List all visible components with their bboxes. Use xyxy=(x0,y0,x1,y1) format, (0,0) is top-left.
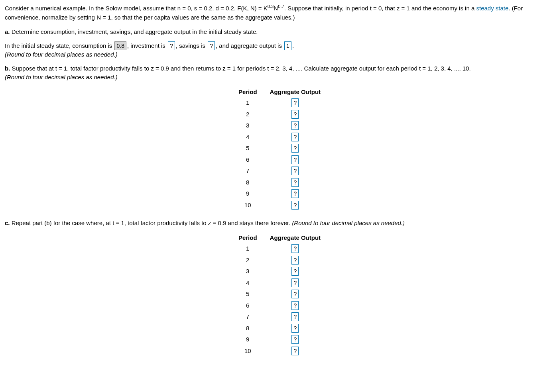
table-c-period-cell: 6 xyxy=(232,300,264,312)
table-b-output-input[interactable]: ? xyxy=(291,178,299,187)
table-row: 6? xyxy=(232,300,327,312)
after-c: , investment is xyxy=(127,42,167,49)
sentence-pre: In the initial steady state, consumption… xyxy=(5,42,114,49)
table-row: 2? xyxy=(232,109,327,120)
table-c-period-cell: 3 xyxy=(232,266,264,277)
exponent-n: 0.7 xyxy=(278,4,284,9)
table-row: 10? xyxy=(232,345,327,357)
table-b-output-input[interactable]: ? xyxy=(291,167,299,175)
part-b-label: b. xyxy=(5,65,10,72)
table-b-period-cell: 7 xyxy=(232,165,264,177)
round-note-a: (Round to four decimal places as needed.… xyxy=(5,50,554,59)
table-row: 7? xyxy=(232,165,327,177)
table-b-output-cell: ? xyxy=(264,154,327,166)
table-row: 6? xyxy=(232,154,327,166)
table-row: 3? xyxy=(232,266,327,277)
intro-text-2: . Suppose that initially, in period t = … xyxy=(284,5,476,12)
table-c-period-cell: 9 xyxy=(232,334,264,345)
problem-intro: Consider a numerical example. In the Sol… xyxy=(5,3,554,22)
table-c-output-input[interactable]: ? xyxy=(291,312,299,321)
table-b-output-cell: ? xyxy=(264,177,327,188)
table-b-output-input[interactable]: ? xyxy=(291,144,299,153)
table-row: 1? xyxy=(232,243,327,255)
steady-state-link[interactable]: steady state xyxy=(476,5,508,12)
table-row: 10? xyxy=(232,200,327,211)
table-row: 7? xyxy=(232,311,327,323)
table-b-output-cell: ? xyxy=(264,131,327,143)
table-row: 8? xyxy=(232,177,327,188)
part-a-text: Determine consumption, investment, savin… xyxy=(10,28,258,35)
table-b: Period Aggregate Output 1?2?3?4?5?6?7?8?… xyxy=(232,87,327,211)
period-a: . xyxy=(292,42,294,49)
after-s: , and aggregate output is xyxy=(216,42,283,49)
table-b-period-cell: 10 xyxy=(232,200,264,211)
table-c-period-cell: 1 xyxy=(232,243,264,255)
table-row: 9? xyxy=(232,334,327,345)
table-c-output-cell: ? xyxy=(264,266,327,277)
table-row: 5? xyxy=(232,288,327,300)
table-c-header-period: Period xyxy=(232,233,264,243)
table-row: 3? xyxy=(232,120,327,131)
table-row: 1? xyxy=(232,97,327,109)
part-c-prompt: c. Repeat part (b) for the case where, a… xyxy=(5,219,554,228)
table-c-output-cell: ? xyxy=(264,323,327,334)
table-c-output-cell: ? xyxy=(264,345,327,357)
table-c-period-cell: 2 xyxy=(232,255,264,266)
table-b-output-input[interactable]: ? xyxy=(291,201,299,210)
table-b-period-cell: 5 xyxy=(232,143,264,154)
table-c-output-cell: ? xyxy=(264,288,327,300)
table-row: 9? xyxy=(232,188,327,200)
table-c-period-cell: 10 xyxy=(232,345,264,357)
part-b-prompt: b. Suppose that at t = 1, total factor p… xyxy=(5,64,554,82)
table-c-period-cell: 5 xyxy=(232,288,264,300)
consumption-input[interactable]: 0.8 xyxy=(114,41,126,50)
part-c-text: Repeat part (b) for the case where, at t… xyxy=(10,220,292,226)
table-row: 4? xyxy=(232,277,327,289)
table-c-output-input[interactable]: ? xyxy=(291,324,299,333)
table-b-output-input[interactable]: ? xyxy=(291,133,299,141)
table-b-period-cell: 3 xyxy=(232,120,264,131)
table-b-output-input[interactable]: ? xyxy=(291,110,299,119)
table-b-output-cell: ? xyxy=(264,109,327,120)
table-c-period-cell: 4 xyxy=(232,277,264,289)
after-i: , savings is xyxy=(176,42,207,49)
table-b-output-cell: ? xyxy=(264,120,327,131)
savings-input[interactable]: ? xyxy=(208,41,215,50)
table-c-output-input[interactable]: ? xyxy=(291,278,299,287)
table-row: 2? xyxy=(232,255,327,266)
table-b-output-input[interactable]: ? xyxy=(291,189,299,198)
table-c-output-input[interactable]: ? xyxy=(291,244,299,253)
table-b-period-cell: 2 xyxy=(232,109,264,120)
table-c: Period Aggregate Output 1?2?3?4?5?6?7?8?… xyxy=(232,233,327,357)
table-b-period-cell: 4 xyxy=(232,131,264,143)
table-c-output-input[interactable]: ? xyxy=(291,267,299,276)
investment-input[interactable]: ? xyxy=(168,41,175,50)
table-row: 8? xyxy=(232,323,327,334)
table-b-period-cell: 9 xyxy=(232,188,264,200)
round-note-b: (Round to four decimal places as needed.… xyxy=(5,73,554,82)
table-b-output-input[interactable]: ? xyxy=(291,155,299,164)
table-row: 4? xyxy=(232,131,327,143)
table-c-header-output: Aggregate Output xyxy=(264,233,327,243)
table-c-output-input[interactable]: ? xyxy=(291,301,299,310)
table-c-output-input[interactable]: ? xyxy=(291,335,299,344)
intro-text-n: N xyxy=(274,5,278,12)
table-b-period-cell: 6 xyxy=(232,154,264,166)
round-note-c: (Round to four decimal places as needed.… xyxy=(292,220,405,226)
part-c-label: c. xyxy=(5,220,10,226)
table-b-period-cell: 8 xyxy=(232,177,264,188)
table-c-output-cell: ? xyxy=(264,300,327,312)
table-c-output-input[interactable]: ? xyxy=(291,347,299,355)
output-input[interactable]: 1 xyxy=(284,41,291,50)
intro-text-1: Consider a numerical example. In the Sol… xyxy=(5,5,268,12)
table-b-output-input[interactable]: ? xyxy=(291,121,299,130)
table-b-output-input[interactable]: ? xyxy=(291,98,299,107)
part-a-prompt: a. Determine consumption, investment, sa… xyxy=(5,27,554,37)
table-b-output-cell: ? xyxy=(264,143,327,154)
table-b-header-output: Aggregate Output xyxy=(264,87,327,98)
table-c-output-input[interactable]: ? xyxy=(291,290,299,298)
table-c-period-cell: 8 xyxy=(232,323,264,334)
table-b-output-cell: ? xyxy=(264,188,327,200)
table-c-output-cell: ? xyxy=(264,255,327,266)
table-c-output-input[interactable]: ? xyxy=(291,256,299,265)
